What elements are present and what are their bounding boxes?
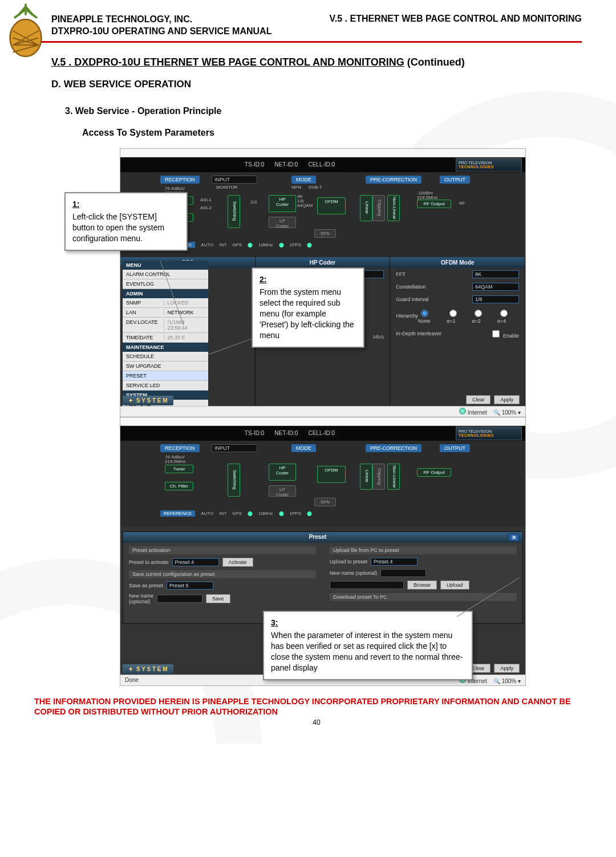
page-number: 40: [51, 718, 582, 726]
block-rfoutput: RF Output: [417, 200, 451, 208]
preset-title: Preset: [127, 534, 509, 541]
section-heading: V.5 . DXDPRO-10U ETHERNET WEB PAGE CONTR…: [51, 56, 582, 68]
upload-button[interactable]: Upload: [440, 580, 469, 590]
net-id: NET-ID:0: [274, 161, 298, 168]
block-switching: Switching: [228, 195, 240, 228]
menu-swupgrade[interactable]: SW UPGRADE: [123, 362, 208, 371]
status-bar: Internet 🔍 100% ▾: [120, 406, 525, 417]
hierarchy-radios[interactable]: None α=1 α=2 α=4: [418, 308, 519, 324]
block-ofdm: OFDM: [317, 197, 346, 214]
subsection-3: 3. Web Service - Operation Principle: [65, 106, 582, 116]
preset-activation-label: Preset activation: [129, 546, 316, 554]
chapter-title: V.5 . ETHERNET WEB PAGE CONTROL AND MONI…: [330, 14, 582, 38]
panel-hp-header: HP Coder: [256, 257, 390, 268]
panel-ofdm-header: OFDM Mode: [390, 257, 525, 268]
menu-schedule[interactable]: SCHEDULE: [123, 352, 208, 362]
section-reception: RECEPTION: [160, 176, 200, 184]
system-button[interactable]: ✦S Y S T E M: [123, 664, 173, 674]
preset-activate-select[interactable]: Preset 4: [172, 558, 219, 566]
section-mode: MODE: [291, 176, 316, 184]
system-button[interactable]: ✦S Y S T E M: [123, 396, 173, 405]
globe-icon: [459, 408, 466, 415]
pineapple-logo-icon: [3, 2, 48, 59]
save-config-label: Save current configuration as preset: [129, 570, 316, 578]
section-precorr: PRE-CORRECTION: [366, 176, 422, 184]
browse-button[interactable]: Browse: [407, 580, 437, 590]
fft-select[interactable]: 8K: [472, 270, 519, 278]
block-nonlinear: Non-Linear: [387, 195, 400, 221]
block-clipping: Clipping: [372, 195, 385, 221]
block-linear: Linear: [360, 195, 372, 221]
header-rule: [34, 41, 582, 43]
company-name: PINEAPPLE TECHNOLOGY, INC.: [51, 14, 271, 26]
guard-select[interactable]: 1/8: [472, 295, 519, 303]
menu-time[interactable]: TIME/DATE25.33 E: [123, 333, 208, 343]
apply-button[interactable]: Apply: [494, 395, 520, 404]
screenshot-stack: TS-ID:0 NET-ID:0 CELL-ID:0 PRO TELEVISIO…: [120, 148, 526, 686]
menu-eventlog[interactable]: EVENTLOG: [123, 279, 208, 289]
subsection-access: Access To System Parameters: [82, 128, 582, 138]
clear-button[interactable]: Clear: [466, 395, 491, 404]
menu-lan[interactable]: LANNETWORK: [123, 308, 208, 318]
block-lpcoder: LP Coder: [269, 217, 296, 228]
protv-logo: PRO TELEVISIONTECHNOLOGIES: [456, 158, 522, 172]
interleaver-check[interactable]: Enable: [490, 328, 519, 339]
proprietary-footer: THE INFORMATION PROVIDED HEREIN IS PINEA…: [34, 696, 599, 718]
preset-close-button[interactable]: ✕: [509, 534, 519, 541]
upload-preset-select[interactable]: Preset 4: [371, 558, 418, 566]
preset-dialog: Preset✕ Preset activation Preset to acti…: [123, 531, 523, 624]
activate-button[interactable]: Activate: [222, 558, 253, 567]
constellation-select[interactable]: 64QAM: [472, 283, 519, 291]
new-name-input[interactable]: [157, 595, 202, 603]
subsection-d: D. WEB SERVICE OPERATION: [51, 79, 582, 90]
menu-preset[interactable]: PRESET: [123, 371, 208, 381]
callout-1: 1: Left-click the [SYSTEM] button to ope…: [64, 192, 188, 251]
callout-2: 2: From the system menu select the requi…: [252, 267, 364, 348]
block-hpcoder: HP Coder: [269, 195, 296, 212]
menu-snmp[interactable]: SNMPLOCKED: [123, 298, 208, 308]
menu-serviceled[interactable]: SERVICE LED: [123, 381, 208, 391]
save-preset-select[interactable]: Preset 5: [167, 582, 213, 590]
section-input: INPUT: [212, 176, 257, 184]
cell-id: CELL-ID:0: [308, 161, 335, 168]
upload-file-label: Upload file from PC to preset: [330, 546, 517, 554]
page-header: PINEAPPLE TECHNOLOGY, INC. DTXPRO-10U OP…: [51, 14, 582, 38]
callout-3: 3: When the parameter of interest in the…: [263, 611, 473, 680]
apply-button[interactable]: Apply: [494, 664, 520, 673]
file-path-input[interactable]: [330, 581, 404, 589]
menu-devlocate[interactable]: DEV.LOCATE/1/1988 23:59:44: [123, 318, 208, 333]
manual-name: DTXPRO-10U OPERATING AND SERVICE MANUAL: [51, 26, 271, 38]
save-button[interactable]: Save: [206, 594, 230, 603]
upload-name-input[interactable]: [380, 569, 426, 577]
ts-id: TS-ID:0: [245, 161, 264, 168]
block-sfn: SFN: [314, 229, 336, 238]
section-output: OUTPUT: [440, 176, 470, 184]
